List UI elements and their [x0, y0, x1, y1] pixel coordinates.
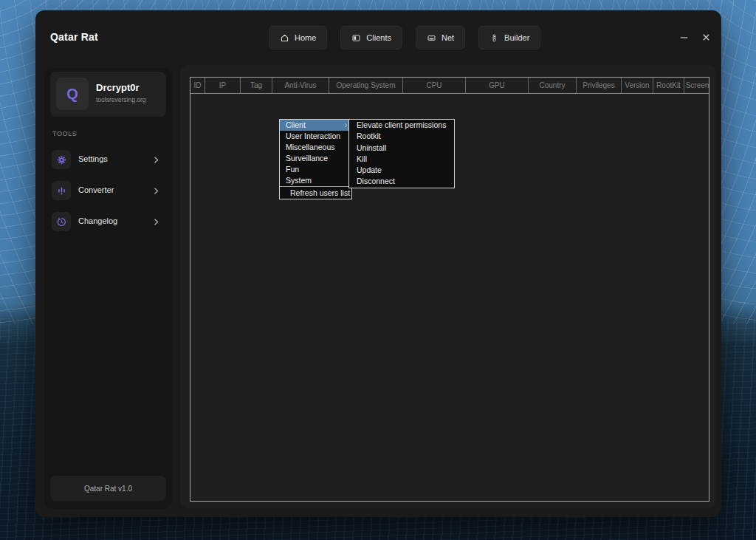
- history-icon: [56, 216, 67, 228]
- context-submenu: Elevate client permissionsRootkitUninsta…: [348, 119, 455, 188]
- sidebar-item-label: Changelog: [78, 216, 117, 225]
- home-icon: [280, 33, 289, 43]
- column-header-rootkit[interactable]: RootKit: [653, 78, 684, 93]
- app-window: Qatar Rat HomeClientsNetBuilder Q Drcryp…: [35, 10, 721, 517]
- nav-clients-button[interactable]: Clients: [340, 26, 402, 49]
- net-icon: [427, 33, 436, 43]
- avatar-letter: Q: [66, 86, 78, 103]
- sidebar-item-converter[interactable]: Converter: [50, 180, 166, 201]
- sidebar-item-settings[interactable]: Settings: [50, 149, 166, 170]
- context-menu-item-label: Miscellaneous: [286, 143, 335, 151]
- nav-net-button[interactable]: Net: [416, 26, 465, 49]
- context-menu-item-label: Surveillance: [286, 154, 328, 163]
- context-menu-item-label: Client: [286, 120, 306, 129]
- submenu-item-update[interactable]: Update: [349, 165, 454, 176]
- minimize-icon: [678, 32, 690, 43]
- context-menu-item-client[interactable]: Client: [280, 120, 351, 131]
- context-menu-item-label: System: [286, 176, 312, 185]
- submenu-item-disconnect[interactable]: Disconnect: [349, 176, 454, 187]
- context-menu-item-miscellaneous[interactable]: Miscellaneous: [280, 142, 351, 153]
- column-header-operating-system[interactable]: Operating System: [329, 78, 403, 93]
- builder-icon: [489, 33, 499, 43]
- column-header-country[interactable]: Country: [529, 78, 577, 93]
- chevron-right-icon: [343, 123, 348, 128]
- submenu-item-elevate-client-permissions[interactable]: Elevate client permissions: [349, 120, 454, 131]
- equalizer-icon: [56, 185, 67, 196]
- sidebar-item-label: Settings: [78, 154, 108, 163]
- window-controls: [677, 10, 712, 64]
- chevron-right-icon: [152, 187, 160, 195]
- context-menu-item-refresh-users-list[interactable]: Refresh users list: [280, 186, 351, 199]
- context-menu-item-fun[interactable]: Fun: [280, 164, 351, 175]
- close-button[interactable]: [699, 30, 712, 44]
- column-header-anti-virus[interactable]: Anti-Virus: [272, 78, 329, 93]
- context-menu-item-label: User Interaction: [286, 131, 340, 140]
- context-menu-item-label: Fun: [286, 165, 299, 174]
- context-menu-item-surveillance[interactable]: Surveillance: [280, 153, 351, 164]
- column-header-cpu[interactable]: CPU: [403, 78, 466, 93]
- table-header-row: IDIPTagAnti-VirusOperating SystemCPUGPUC…: [190, 78, 709, 94]
- profile-card[interactable]: Q Drcrypt0r toolsreversing.org: [50, 72, 166, 117]
- submenu-item-uninstall[interactable]: Uninstall: [349, 143, 454, 154]
- context-menu-item-user-interaction[interactable]: User Interaction: [280, 131, 351, 142]
- close-icon: [701, 32, 712, 43]
- nav-button-label: Home: [295, 33, 316, 42]
- column-header-privileges[interactable]: Privileges: [577, 78, 622, 93]
- sidebar-item-icon-box: [52, 150, 71, 169]
- top-nav: HomeClientsNetBuilder: [269, 26, 540, 49]
- column-header-ip[interactable]: IP: [205, 78, 241, 93]
- submenu-item-rootkit[interactable]: Rootkit: [349, 131, 454, 142]
- sidebar-items: SettingsConverterChangelog: [50, 149, 166, 242]
- submenu-item-kill[interactable]: Kill: [349, 154, 454, 165]
- gear-icon: [56, 154, 67, 165]
- nav-button-label: Clients: [366, 33, 391, 42]
- avatar: Q: [56, 78, 89, 110]
- column-header-gpu[interactable]: GPU: [466, 78, 529, 93]
- clients-icon: [351, 33, 361, 43]
- sidebar-item-label: Converter: [78, 185, 114, 194]
- chevron-right-icon: [152, 218, 160, 226]
- nav-button-label: Net: [441, 33, 454, 42]
- profile-name: Drcrypt0r: [96, 82, 140, 93]
- app-title: Qatar Rat: [50, 10, 98, 64]
- context-menu-item-system[interactable]: System: [280, 175, 351, 186]
- context-menu-item-label: Refresh users list: [290, 188, 350, 197]
- column-header-version[interactable]: Version: [622, 78, 653, 93]
- context-menu: ClientUser InteractionMiscellaneousSurve…: [279, 119, 352, 199]
- profile-subtitle: toolsreversing.org: [96, 96, 146, 103]
- sidebar-item-changelog[interactable]: Changelog: [50, 211, 166, 232]
- version-label: Qatar Rat v1.0: [50, 476, 166, 501]
- sidebar-item-icon-box: [52, 212, 71, 231]
- sidebar-item-icon-box: [52, 181, 71, 200]
- column-header-tag[interactable]: Tag: [241, 78, 272, 93]
- column-header-id[interactable]: ID: [190, 78, 205, 93]
- column-header-screen[interactable]: Screen: [684, 78, 709, 93]
- chevron-right-icon: [152, 156, 160, 164]
- minimize-button[interactable]: [677, 30, 690, 44]
- nav-home-button[interactable]: Home: [269, 26, 327, 49]
- nav-button-label: Builder: [504, 33, 529, 42]
- sidebar: Q Drcrypt0r toolsreversing.org TOOLS Set…: [44, 68, 172, 509]
- tools-section-label: TOOLS: [52, 130, 77, 137]
- nav-builder-button[interactable]: Builder: [478, 26, 540, 49]
